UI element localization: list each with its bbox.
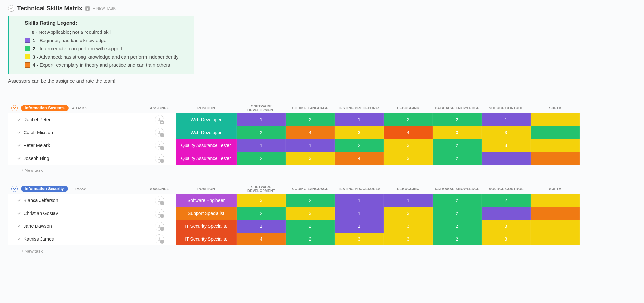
skill-rating-cell[interactable]: 3 [433, 126, 482, 139]
position-cell[interactable]: Quality Assurance Tester [176, 152, 237, 165]
skill-rating-cell[interactable]: 3 [335, 126, 384, 139]
group-collapse-button[interactable] [11, 186, 18, 192]
skill-rating-cell[interactable]: 2 [433, 233, 482, 245]
task-name[interactable]: Jane Dawson [21, 220, 143, 233]
skill-rating-cell[interactable]: 2 [433, 113, 482, 126]
skill-rating-cell[interactable] [531, 126, 580, 139]
column-header[interactable]: POSITION [176, 105, 237, 111]
skill-rating-cell[interactable]: 3 [335, 233, 384, 245]
skill-rating-cell[interactable]: 2 [335, 139, 384, 152]
position-cell[interactable]: IT Security Specialist [176, 233, 237, 245]
assignee-add-button[interactable]: + [155, 154, 164, 163]
skill-rating-cell[interactable]: 2 [433, 207, 482, 220]
column-header[interactable]: DEBUGGING [384, 186, 433, 192]
task-status-toggle[interactable] [8, 113, 21, 126]
assignee-add-button[interactable]: + [155, 234, 164, 243]
skill-rating-cell[interactable]: 3 [482, 126, 531, 139]
position-cell[interactable]: Web Developer [176, 126, 237, 139]
skill-rating-cell[interactable]: 1 [482, 152, 531, 165]
skill-rating-cell[interactable]: 1 [335, 194, 384, 207]
skill-rating-cell[interactable]: 2 [286, 113, 335, 126]
task-status-toggle[interactable] [8, 233, 21, 245]
task-name[interactable]: Christian Gostav [21, 207, 143, 220]
skill-rating-cell[interactable]: 1 [482, 113, 531, 126]
section-collapse-button[interactable] [8, 5, 14, 12]
skill-rating-cell[interactable]: 4 [286, 126, 335, 139]
skill-rating-cell[interactable]: 1 [237, 139, 286, 152]
group-pill[interactable]: Information Systems [21, 105, 69, 111]
column-header[interactable]: TESTING PROCEDURES [335, 105, 384, 111]
skill-rating-cell[interactable] [531, 207, 580, 220]
skill-rating-cell[interactable]: 3 [384, 139, 433, 152]
skill-rating-cell[interactable] [531, 233, 580, 245]
task-name[interactable]: Peter Melark [21, 139, 143, 152]
skill-rating-cell[interactable]: 2 [237, 126, 286, 139]
column-header[interactable]: POSITION [176, 186, 237, 192]
assignee-add-button[interactable]: + [155, 222, 164, 231]
skill-rating-cell[interactable]: 2 [482, 194, 531, 207]
skill-rating-cell[interactable]: 3 [482, 139, 531, 152]
task-status-toggle[interactable] [8, 126, 21, 139]
skill-rating-cell[interactable]: 3 [384, 220, 433, 233]
assignee-add-button[interactable]: + [155, 115, 164, 124]
skill-rating-cell[interactable]: 1 [237, 220, 286, 233]
skill-rating-cell[interactable]: 2 [433, 194, 482, 207]
task-status-toggle[interactable] [8, 194, 21, 207]
new-task-button[interactable]: + New task [8, 245, 644, 255]
group-collapse-button[interactable] [11, 105, 18, 111]
skill-rating-cell[interactable] [531, 220, 580, 233]
group-pill[interactable]: Information Security [21, 186, 68, 192]
skill-rating-cell[interactable]: 4 [335, 152, 384, 165]
assignee-add-button[interactable]: + [155, 141, 164, 150]
skill-rating-cell[interactable]: 2 [237, 152, 286, 165]
skill-rating-cell[interactable] [531, 139, 580, 152]
new-task-header-button[interactable]: + NEW TASK [93, 6, 116, 10]
assignee-add-button[interactable]: + [155, 209, 164, 218]
skill-rating-cell[interactable]: 3 [237, 194, 286, 207]
skill-rating-cell[interactable]: 3 [286, 207, 335, 220]
skill-rating-cell[interactable] [531, 113, 580, 126]
skill-rating-cell[interactable]: 3 [482, 233, 531, 245]
skill-rating-cell[interactable] [531, 194, 580, 207]
column-header[interactable]: CODING LANGUAGE [286, 186, 335, 192]
task-status-toggle[interactable] [8, 220, 21, 233]
skill-rating-cell[interactable]: 4 [237, 233, 286, 245]
column-header[interactable]: ASSIGNEE [143, 186, 176, 192]
skill-rating-cell[interactable]: 2 [237, 207, 286, 220]
column-header[interactable]: SOURCE CONTROL [482, 105, 531, 111]
task-name[interactable]: Rachel Peter [21, 113, 143, 126]
skill-rating-cell[interactable]: 3 [384, 152, 433, 165]
skill-rating-cell[interactable]: 2 [286, 194, 335, 207]
skill-rating-cell[interactable]: 2 [433, 139, 482, 152]
column-header[interactable]: SOFTWARE DEVELOPMENT [237, 103, 286, 113]
position-cell[interactable]: IT Security Specialist [176, 220, 237, 233]
new-task-button[interactable]: + New task [8, 165, 644, 174]
column-header[interactable]: CODING LANGUAGE [286, 105, 335, 111]
skill-rating-cell[interactable]: 1 [482, 207, 531, 220]
position-cell[interactable]: Software Engineer [176, 194, 237, 207]
position-cell[interactable]: Support Specialist [176, 207, 237, 220]
task-status-toggle[interactable] [8, 152, 21, 165]
task-status-toggle[interactable] [8, 207, 21, 220]
skill-rating-cell[interactable]: 3 [384, 233, 433, 245]
skill-rating-cell[interactable]: 2 [433, 152, 482, 165]
skill-rating-cell[interactable]: 3 [482, 220, 531, 233]
column-header[interactable]: DATABASE KNOWLEDGE [433, 105, 482, 111]
skill-rating-cell[interactable]: 1 [335, 113, 384, 126]
task-name[interactable]: Caleb Mission [21, 126, 143, 139]
task-status-toggle[interactable] [8, 139, 21, 152]
position-cell[interactable]: Quality Assurance Tester [176, 139, 237, 152]
column-header[interactable]: SOFTV [531, 186, 580, 192]
skill-rating-cell[interactable] [531, 152, 580, 165]
position-cell[interactable]: Web Developer [176, 113, 237, 126]
skill-rating-cell[interactable]: 4 [384, 126, 433, 139]
column-header[interactable]: SOFTWARE DEVELOPMENT [237, 184, 286, 194]
skill-rating-cell[interactable]: 3 [286, 152, 335, 165]
skill-rating-cell[interactable]: 1 [335, 220, 384, 233]
skill-rating-cell[interactable]: 2 [384, 113, 433, 126]
info-icon[interactable]: i [85, 6, 90, 11]
skill-rating-cell[interactable]: 3 [384, 207, 433, 220]
column-header[interactable]: DEBUGGING [384, 105, 433, 111]
skill-rating-cell[interactable]: 1 [286, 139, 335, 152]
task-name[interactable]: Bianca Jefferson [21, 194, 143, 207]
